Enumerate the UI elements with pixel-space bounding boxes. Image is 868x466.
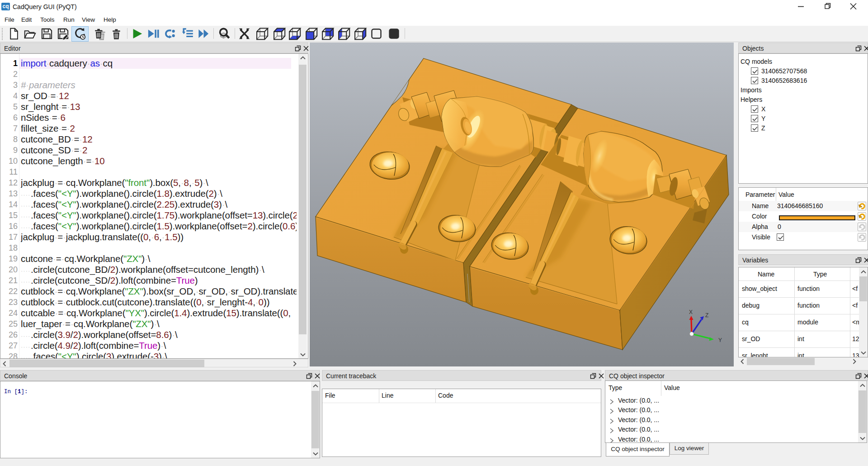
svg-text:Z: Z	[705, 312, 708, 319]
svg-text:X: X	[689, 309, 693, 315]
svg-text:Y: Y	[718, 337, 722, 343]
